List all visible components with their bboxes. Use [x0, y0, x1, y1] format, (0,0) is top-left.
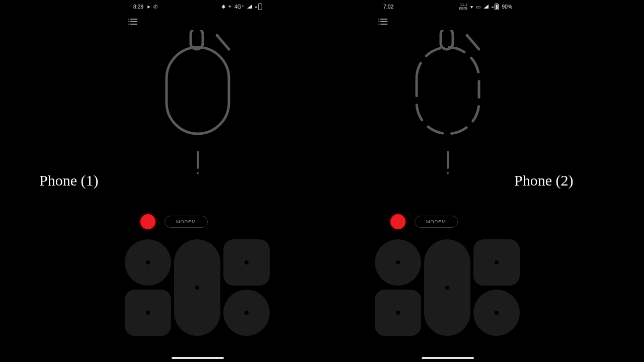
location-icon: ⌖ [228, 4, 231, 10]
modem-button[interactable]: MODEM [165, 216, 208, 228]
tile-2[interactable] [473, 239, 520, 286]
send-icon: ➤ [146, 4, 150, 10]
clock: 7:02 [383, 4, 393, 10]
phone-icon: ✆ [153, 4, 157, 10]
data-rate: 11.1KB/S [459, 3, 467, 10]
phone-2-screen: 7:02 11.1KB/S ▾ ▭ 90% [372, 0, 523, 362]
battery-icon [492, 4, 499, 10]
glyph-illustration-dashed [372, 30, 523, 181]
record-indicator[interactable] [140, 214, 155, 229]
menu-list-icon[interactable] [378, 19, 387, 25]
tile-grid [122, 239, 273, 340]
record-indicator[interactable] [390, 214, 406, 229]
tile-center[interactable] [424, 239, 470, 336]
wifi-icon: ▾ [470, 4, 473, 10]
modem-button[interactable]: MODEM [415, 216, 458, 228]
tile-3[interactable] [125, 290, 171, 336]
network-label: 4G⁺ [234, 4, 244, 10]
tile-grid [372, 239, 523, 340]
sim-icon: ▭ [476, 4, 480, 10]
battery-percent: 90% [502, 4, 512, 10]
caption-phone-1: Phone (1) [39, 172, 98, 189]
exclamation-icon [447, 151, 449, 174]
nav-handle[interactable] [422, 357, 474, 359]
tile-2[interactable] [223, 239, 270, 286]
battery-icon [255, 4, 262, 10]
tile-4[interactable] [473, 290, 520, 336]
status-bar: 8:28 ➤ ✆ ✱ ⌖ 4G⁺ [122, 0, 273, 13]
tile-4[interactable] [223, 290, 270, 336]
glyph-illustration-solid [122, 30, 273, 181]
menu-list-icon[interactable] [128, 19, 137, 25]
bluetooth-icon: ✱ [221, 4, 225, 10]
svg-line-1 [467, 35, 479, 49]
svg-line-0 [217, 35, 229, 49]
signal-icon [484, 5, 489, 9]
status-bar: 7:02 11.1KB/S ▾ ▭ 90% [372, 0, 523, 13]
exclamation-icon [197, 151, 199, 174]
nav-handle[interactable] [172, 357, 224, 359]
clock: 8:28 [133, 4, 143, 10]
signal-icon [247, 5, 252, 9]
tile-1[interactable] [375, 239, 421, 286]
phone-1-screen: 8:28 ➤ ✆ ✱ ⌖ 4G⁺ [122, 0, 273, 362]
tile-center[interactable] [174, 239, 220, 336]
tile-1[interactable] [125, 239, 171, 286]
tile-3[interactable] [375, 290, 421, 336]
